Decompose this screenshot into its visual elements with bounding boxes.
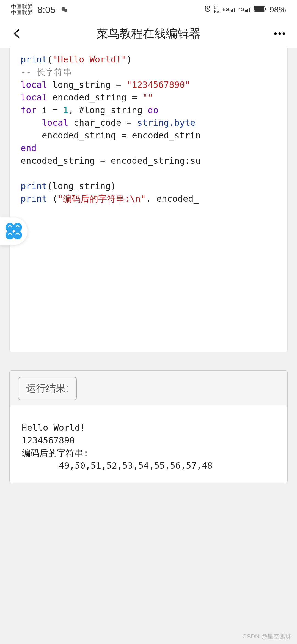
code-token: ) (127, 54, 132, 65)
output-line: 49,50,51,52,53,54,55,56,57,48 (22, 460, 213, 471)
code-token: "Hello World!" (53, 54, 127, 65)
code-string: "1234567890" (127, 80, 190, 90)
code-call: print (21, 193, 47, 204)
code-token: encoded_string = (47, 92, 142, 103)
code-token: , encoded_ (146, 193, 199, 204)
code-token: ( (47, 193, 58, 204)
svg-rect-12 (254, 7, 264, 11)
output-line: 编码后的字符串: (22, 448, 89, 458)
svg-rect-13 (265, 8, 266, 10)
svg-point-14 (6, 223, 14, 232)
code-token: encoded_string = encoded_strin (42, 130, 201, 141)
code-keyword: local (42, 118, 68, 128)
code-keyword: end (21, 143, 37, 153)
alarm-icon (204, 5, 211, 14)
signal-5g: 5G (223, 7, 235, 12)
code-token: char_code = (68, 118, 137, 128)
wechat-icon (61, 6, 68, 13)
code-token: print (21, 54, 47, 65)
floating-link-widget[interactable] (0, 217, 28, 245)
results-label-button[interactable]: 运行结果: (18, 377, 77, 400)
output-line: 1234567890 (22, 435, 75, 446)
watermark: CSDN @星空露珠 (242, 632, 292, 641)
code-number: 1 (63, 105, 68, 115)
svg-rect-6 (234, 8, 235, 12)
code-call: string.byte (137, 118, 196, 128)
code-token: long_string = (47, 80, 127, 90)
status-bar: 中国联通 中国联通 8:05 0 K/s 5G 4G 98% (0, 0, 297, 19)
svg-rect-4 (231, 10, 232, 12)
svg-point-16 (6, 231, 14, 239)
svg-point-1 (64, 9, 67, 12)
svg-rect-9 (248, 9, 248, 12)
svg-rect-3 (230, 10, 230, 12)
code-token: i = (37, 105, 63, 115)
link-cluster-icon (3, 221, 24, 242)
carrier-2: 中国联通 (11, 10, 33, 16)
results-panel: 运行结果: Hello World! 1234567890 编码后的字符串: 4… (9, 370, 288, 483)
code-keyword: local (21, 80, 47, 90)
svg-point-15 (13, 223, 22, 232)
carrier-1: 中国联通 (11, 4, 33, 10)
code-token: (long_string) (47, 181, 116, 191)
code-keyword: for (21, 105, 37, 115)
battery-icon (254, 6, 267, 14)
net-speed: 0 K/s (214, 5, 220, 14)
more-button[interactable]: ••• (273, 27, 287, 40)
page-title: 菜鸟教程在线编辑器 (24, 26, 273, 41)
results-header: 运行结果: (10, 371, 287, 406)
net-speed-value: 0 (214, 5, 216, 10)
svg-rect-8 (246, 10, 247, 12)
svg-rect-5 (232, 9, 233, 12)
code-keyword: do (148, 105, 158, 115)
signal-4g: 4G (238, 7, 251, 12)
code-keyword: local (21, 92, 47, 103)
results-output: Hello World! 1234567890 编码后的字符串: 49,50,5… (10, 406, 287, 483)
back-button[interactable] (10, 27, 24, 40)
code-string: "" (142, 92, 153, 103)
battery-percent: 98% (270, 5, 286, 14)
net-speed-unit: K/s (214, 10, 220, 14)
title-bar: 菜鸟教程在线编辑器 ••• (0, 19, 297, 48)
code-editor[interactable]: print("Hello World!") -- 长字符串 local long… (9, 48, 288, 352)
code-token: encoded_string = encoded_string:su (21, 155, 201, 166)
carrier-labels: 中国联通 中国联通 (11, 4, 33, 16)
status-left: 中国联通 中国联通 8:05 (11, 4, 68, 16)
code-token: ( (47, 54, 52, 65)
code-token: , #long_string (68, 105, 148, 115)
content-area: print("Hello World!") -- 长字符串 local long… (0, 48, 297, 483)
svg-rect-7 (245, 10, 246, 12)
code-string: "编码后的字符串:\n" (58, 193, 146, 204)
status-right: 0 K/s 5G 4G 98% (204, 5, 286, 14)
code-call: print (21, 181, 47, 191)
code-comment: -- 长字符串 (21, 67, 72, 77)
svg-rect-10 (249, 8, 250, 12)
svg-point-17 (13, 231, 22, 239)
output-line: Hello World! (22, 422, 85, 433)
status-time: 8:05 (37, 4, 56, 15)
